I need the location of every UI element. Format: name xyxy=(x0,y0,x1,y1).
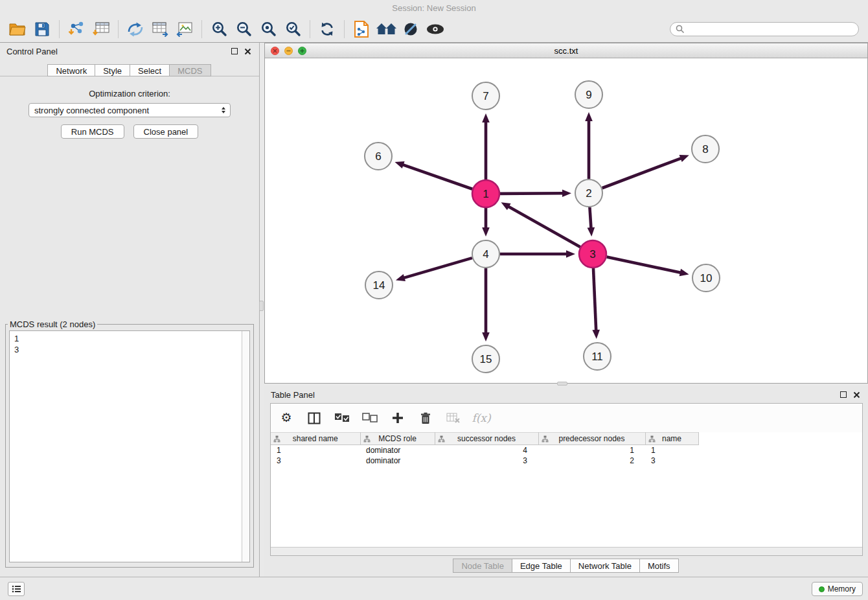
graph-node-7[interactable]: 7 xyxy=(472,82,499,110)
graph-edge-2-3[interactable] xyxy=(588,207,595,237)
cell-shared-name[interactable]: 3 xyxy=(271,456,360,466)
column-header-shared-name[interactable]: shared name xyxy=(271,433,360,445)
graph-edge-3-1[interactable] xyxy=(501,202,580,247)
close-window-icon[interactable] xyxy=(271,47,279,55)
tab-node-table[interactable]: Node Table xyxy=(453,559,512,573)
result-scrollbar[interactable] xyxy=(242,331,249,562)
import-network-button[interactable] xyxy=(64,19,89,40)
graph-edge-1-4[interactable] xyxy=(482,208,490,237)
vertical-splitter-handle[interactable] xyxy=(259,301,264,311)
graph-node-11[interactable]: 11 xyxy=(584,343,611,370)
column-header-successor-nodes[interactable]: successor nodes xyxy=(435,433,538,445)
close-panel-icon[interactable] xyxy=(244,48,251,55)
cell-name[interactable]: 3 xyxy=(645,456,698,466)
horizontal-splitter-handle[interactable] xyxy=(557,382,567,386)
tab-motifs[interactable]: Motifs xyxy=(639,559,679,573)
toolbar-separator xyxy=(59,20,60,38)
graph-node-2[interactable]: 2 xyxy=(575,179,602,207)
graph-edge-2-8[interactable] xyxy=(602,155,689,188)
graph-edge-3-10[interactable] xyxy=(607,257,689,277)
graph-node-4[interactable]: 4 xyxy=(472,240,499,268)
export-image-button[interactable] xyxy=(172,19,197,40)
network-view-window: scc.txt 7968124314101511 xyxy=(264,43,868,384)
export-table-button[interactable] xyxy=(148,19,172,40)
graph-edge-4-15[interactable] xyxy=(482,268,490,341)
graph-node-3[interactable]: 3 xyxy=(579,240,606,268)
svg-text:14: 14 xyxy=(373,279,385,292)
tab-edge-table[interactable]: Edge Table xyxy=(512,559,571,573)
table-row[interactable]: 3 dominator 3 2 3 xyxy=(271,456,862,466)
style-button[interactable] xyxy=(398,19,423,40)
memory-button[interactable]: Memory xyxy=(812,582,863,596)
show-columns-button[interactable] xyxy=(306,410,322,426)
graph-node-6[interactable]: 6 xyxy=(365,143,392,170)
tab-select[interactable]: Select xyxy=(130,64,170,76)
graph-node-10[interactable]: 10 xyxy=(692,264,720,292)
zoom-in-button[interactable] xyxy=(207,19,231,40)
graph-edge-3-11[interactable] xyxy=(592,268,600,339)
deselect-all-button[interactable] xyxy=(362,410,378,426)
tab-network[interactable]: Network xyxy=(47,64,95,76)
network-canvas[interactable]: 7968124314101511 xyxy=(265,58,867,383)
graph-edge-1-6[interactable] xyxy=(394,161,472,189)
save-session-button[interactable] xyxy=(30,19,54,40)
import-table-button[interactable] xyxy=(89,19,113,40)
graphics-details-button[interactable] xyxy=(423,19,448,40)
criterion-dropdown[interactable]: strongly connected component xyxy=(29,103,231,117)
delete-column-button[interactable] xyxy=(418,410,433,426)
graph-edge-1-7[interactable] xyxy=(482,113,490,179)
run-mcds-button[interactable]: Run MCDS xyxy=(61,124,124,139)
mcds-result-list[interactable]: 1 3 xyxy=(9,330,250,562)
cell-successor-nodes[interactable]: 4 xyxy=(435,445,538,456)
float-table-panel-icon[interactable] xyxy=(840,391,847,398)
column-header-mcds-role[interactable]: MCDS role xyxy=(360,433,435,445)
delete-table-button[interactable] xyxy=(446,410,461,426)
cell-predecessor-nodes[interactable]: 2 xyxy=(538,456,645,466)
open-session-button[interactable] xyxy=(5,19,30,40)
cell-predecessor-nodes[interactable]: 1 xyxy=(538,445,645,456)
node-table: shared name MCDS role successor nodes pr… xyxy=(271,432,862,466)
column-header-predecessor-nodes[interactable]: predecessor nodes xyxy=(538,433,645,445)
graph-edge-1-2[interactable] xyxy=(500,189,571,197)
tab-network-table[interactable]: Network Table xyxy=(570,559,640,573)
tab-style[interactable]: Style xyxy=(95,64,130,76)
graph-edge-4-3[interactable] xyxy=(500,250,575,258)
graph-node-14[interactable]: 14 xyxy=(365,271,393,299)
graph-edge-2-9[interactable] xyxy=(585,112,593,179)
graph-edge-4-14[interactable] xyxy=(396,258,472,281)
new-network-button[interactable] xyxy=(123,19,148,40)
home-button[interactable] xyxy=(374,19,398,40)
task-history-button[interactable] xyxy=(8,582,25,596)
select-all-button[interactable] xyxy=(334,410,350,426)
graph-node-1[interactable]: 1 xyxy=(472,180,499,207)
column-header-name[interactable]: name xyxy=(645,433,698,445)
cell-name[interactable]: 1 xyxy=(645,445,698,456)
table-row[interactable]: 1 dominator 4 1 1 xyxy=(271,445,862,456)
cell-mcds-role[interactable]: dominator xyxy=(360,445,435,456)
search-box[interactable] xyxy=(670,22,859,36)
network-document-button[interactable] xyxy=(349,19,374,40)
zoom-fit-button[interactable] xyxy=(256,19,280,40)
network-window-titlebar[interactable]: scc.txt xyxy=(265,43,867,58)
maximize-window-icon[interactable] xyxy=(298,47,306,55)
search-input[interactable] xyxy=(687,24,853,34)
tab-mcds[interactable]: MCDS xyxy=(169,64,211,76)
refresh-button[interactable] xyxy=(315,19,339,40)
float-panel-icon[interactable] xyxy=(231,48,238,54)
cell-shared-name[interactable]: 1 xyxy=(271,445,360,456)
close-table-panel-icon[interactable] xyxy=(853,391,860,398)
cell-successor-nodes[interactable]: 3 xyxy=(435,456,538,466)
graph-node-9[interactable]: 9 xyxy=(575,81,602,108)
minimize-window-icon[interactable] xyxy=(284,47,293,55)
close-panel-button[interactable]: Close panel xyxy=(133,124,199,139)
zoom-selected-button[interactable] xyxy=(280,19,305,40)
zoom-out-button[interactable] xyxy=(231,19,256,40)
cell-mcds-role[interactable]: dominator xyxy=(360,456,435,466)
add-column-button[interactable] xyxy=(390,410,405,426)
function-builder-button[interactable]: f(x) xyxy=(474,410,489,426)
table-settings-button[interactable]: ⚙ xyxy=(279,410,294,426)
table-horizontal-scrollbar[interactable] xyxy=(271,547,862,555)
graph-node-8[interactable]: 8 xyxy=(692,135,719,163)
plus-icon xyxy=(392,412,404,424)
graph-node-15[interactable]: 15 xyxy=(472,345,499,373)
